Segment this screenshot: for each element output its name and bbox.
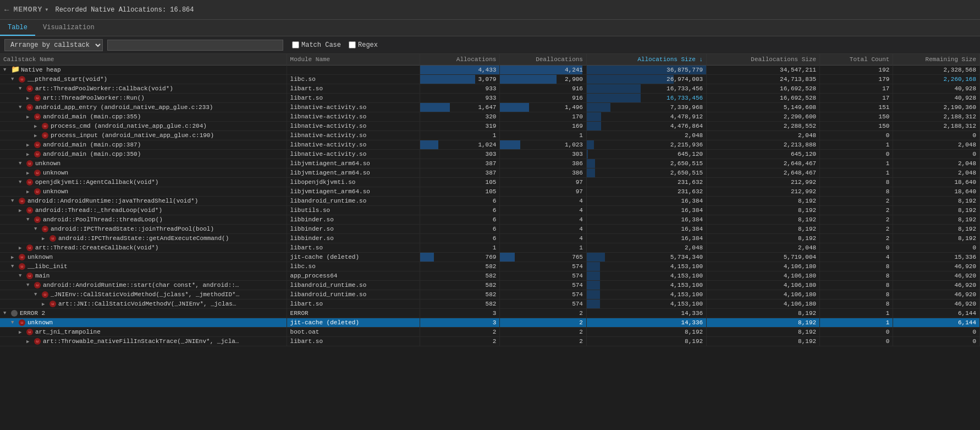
- back-button[interactable]: ←: [4, 6, 9, 14]
- expand-icon[interactable]: ▼: [19, 86, 25, 91]
- expand-icon[interactable]: ▶: [19, 208, 25, 214]
- cell-remaining-size: 2,048: [893, 159, 980, 168]
- col-total-count[interactable]: Total Count: [820, 54, 893, 66]
- cell-deallocations: 1,023: [500, 140, 587, 150]
- expand-icon[interactable]: ▼: [26, 217, 33, 222]
- table-row[interactable]: ▶ωandroid_main (main.cpp:387)libnative-a…: [0, 140, 980, 150]
- table-row[interactable]: ▼ωmainapp_process645825744,153,1004,106,…: [0, 271, 980, 281]
- table-row[interactable]: ▶ωandroid_main (main.cpp:350)libnative-a…: [0, 150, 980, 159]
- cell-module: [287, 66, 420, 75]
- table-row[interactable]: ▼ωandroid::IPCThreadState::joinThreadPoo…: [0, 225, 980, 234]
- table-container[interactable]: Callstack Name Module Name Allocations D…: [0, 54, 980, 430]
- table-row[interactable]: ▶ωandroid::Thread::_threadLoop(void*)lib…: [0, 206, 980, 215]
- col-dealloc-size[interactable]: Deallocations Size: [707, 54, 820, 66]
- table-row[interactable]: ▼ωandroid::PoolThread::threadLoop()libbi…: [0, 215, 980, 225]
- node-icon: 📁: [11, 67, 19, 73]
- expand-icon[interactable]: ▶: [26, 114, 33, 120]
- toolbar: Arrange by callstack 🔍 Match Case Regex: [0, 36, 980, 54]
- table-row[interactable]: ▶ωart::Thread::CreateCallback(void*)liba…: [0, 243, 980, 253]
- table-row[interactable]: ▼ωandroid::AndroidRuntime::javaThreadShe…: [0, 197, 980, 206]
- cell-total-count: 8: [820, 290, 893, 300]
- table-row[interactable]: ▼ERROR 2ERROR3214,3368,19216,144: [0, 309, 980, 318]
- expand-icon[interactable]: ▼: [3, 311, 10, 316]
- table-row[interactable]: ▶ωandroid::IPCThreadState::getAndExecute…: [0, 234, 980, 243]
- table-row[interactable]: ▶ωunknownjit-cache (deleted)7697655,734,…: [0, 253, 980, 262]
- table-row[interactable]: ▼ω__libc_initlibc.so5825744,153,1004,106…: [0, 262, 980, 271]
- expand-icon[interactable]: ▼: [11, 77, 18, 82]
- cell-total-count: 2: [820, 234, 893, 243]
- expand-icon[interactable]: ▶: [26, 151, 33, 157]
- cell-deallocations: 4: [500, 234, 587, 243]
- callstack-name: art::ThreadPoolWorker::Callback(void*): [35, 85, 173, 92]
- cell-module: jit-cache (deleted): [287, 253, 420, 262]
- cell-total-count: 1: [820, 309, 893, 318]
- expand-icon[interactable]: ▼: [26, 282, 33, 288]
- expand-icon[interactable]: ▼: [19, 105, 25, 110]
- table-row[interactable]: ▶ωart::JNI::CallStaticVoidMethodV(_JNIEn…: [0, 300, 980, 309]
- arrange-select[interactable]: Arrange by callstack: [4, 39, 103, 51]
- callstack-name: android_app_entry (android_native_app_gl…: [35, 104, 213, 111]
- expand-icon[interactable]: ▼: [11, 320, 18, 325]
- cell-callstack: ▼ωunknown: [0, 318, 287, 328]
- expand-icon[interactable]: ▼: [11, 264, 18, 269]
- cell-allocations: 320: [420, 112, 499, 122]
- table-row[interactable]: ▶ωart_jni_trampolineboot.oat228,1928,192…: [0, 328, 980, 337]
- expand-icon[interactable]: ▶: [26, 142, 33, 148]
- regex-label[interactable]: Regex: [349, 41, 378, 49]
- tab-visualization[interactable]: Visualization: [35, 20, 102, 36]
- expand-icon[interactable]: ▶: [34, 133, 41, 139]
- expand-icon[interactable]: ▶: [19, 329, 25, 335]
- col-allocations[interactable]: Allocations: [420, 54, 499, 66]
- table-row[interactable]: ▼ωunknownjit-cache (deleted)3214,3368,19…: [0, 318, 980, 328]
- cell-callstack: ▶ωart::JNI::CallStaticVoidMethodV(_JNIEn…: [0, 300, 287, 309]
- expand-icon[interactable]: ▶: [19, 245, 25, 251]
- table-row[interactable]: ▶ωart::ThreadPoolWorker::Run()libart.so9…: [0, 94, 980, 103]
- col-callstack[interactable]: Callstack Name: [0, 54, 287, 66]
- cell-remaining-size: 2,048: [893, 140, 980, 150]
- table-row[interactable]: ▼ωunknownlibjvmtiagent_arm64.so3873862,6…: [0, 159, 980, 168]
- expand-icon[interactable]: ▼: [19, 161, 25, 166]
- expand-icon[interactable]: ▶: [26, 339, 33, 345]
- search-input[interactable]: [107, 40, 283, 51]
- table-row[interactable]: ▶ωprocess_cmd (android_native_app_glue.c…: [0, 122, 980, 131]
- table-row[interactable]: ▼ωart::ThreadPoolWorker::Callback(void*)…: [0, 84, 980, 94]
- col-module[interactable]: Module Name: [287, 54, 420, 66]
- table-row[interactable]: ▼ωandroid::AndroidRuntime::start(char co…: [0, 281, 980, 290]
- expand-icon[interactable]: ▶: [26, 170, 33, 176]
- table-row[interactable]: ▼ω_JNIEnv::CallStaticVoidMethod(_jclass*…: [0, 290, 980, 300]
- expand-icon[interactable]: ▶: [34, 123, 41, 129]
- table-row[interactable]: ▼ωandroid_app_entry (android_native_app_…: [0, 103, 980, 112]
- col-deallocations[interactable]: Deallocations: [500, 54, 587, 66]
- expand-icon[interactable]: ▼: [11, 198, 18, 204]
- cell-module: libart.so: [287, 94, 420, 103]
- cell-dealloc-size: 4,106,180: [707, 271, 820, 281]
- expand-icon[interactable]: ▼: [34, 226, 41, 232]
- col-remaining-size[interactable]: Remaining Size: [893, 54, 980, 66]
- node-icon: ω: [34, 170, 41, 176]
- expand-icon[interactable]: ▶: [26, 95, 33, 101]
- table-row[interactable]: ▶ωunknownlibjvmtiagent_arm64.so10597231,…: [0, 187, 980, 197]
- table-row[interactable]: ▶ωandroid_main (main.cpp:355)libnative-a…: [0, 112, 980, 122]
- table-row[interactable]: ▼ω__pthread_start(void*)libc.so3,0792,90…: [0, 75, 980, 84]
- expand-icon[interactable]: ▼: [3, 67, 10, 73]
- table-row[interactable]: ▶ωprocess_input (android_native_app_glue…: [0, 131, 980, 140]
- expand-icon[interactable]: ▶: [26, 189, 33, 195]
- tool-dropdown-icon[interactable]: ▾: [45, 6, 48, 14]
- match-case-checkbox[interactable]: [292, 41, 299, 48]
- cell-alloc-size: 8,192: [586, 337, 706, 346]
- expand-icon[interactable]: ▼: [19, 273, 25, 279]
- tab-table[interactable]: Table: [0, 20, 35, 36]
- regex-checkbox[interactable]: [349, 41, 356, 48]
- expand-icon[interactable]: ▶: [42, 301, 48, 307]
- table-row[interactable]: ▼ωopenjdkjvmti::AgentCallback(void*)libo…: [0, 178, 980, 187]
- table-row[interactable]: ▼📁Native heap4,4334,24136,875,77934,547,…: [0, 66, 980, 75]
- match-case-label[interactable]: Match Case: [292, 41, 341, 49]
- table-row[interactable]: ▶ωart::Throwable_nativeFillInStackTrace(…: [0, 337, 980, 346]
- table-row[interactable]: ▶ωunknownlibjvmtiagent_arm64.so3873862,6…: [0, 168, 980, 178]
- col-alloc-size[interactable]: Allocations Size ↓: [586, 54, 706, 66]
- expand-icon[interactable]: ▶: [42, 236, 48, 242]
- expand-icon[interactable]: ▼: [34, 292, 41, 297]
- expand-icon[interactable]: ▼: [19, 179, 25, 185]
- callstack-name: android::IPCThreadState::getAndExecuteCo…: [58, 235, 229, 242]
- expand-icon[interactable]: ▶: [11, 254, 18, 260]
